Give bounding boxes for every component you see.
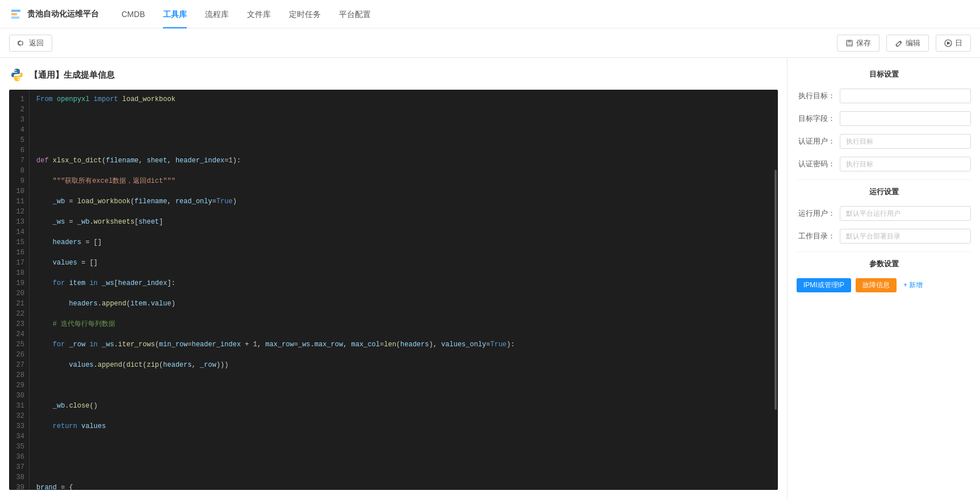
edit-label: 编辑 [906, 38, 920, 48]
toolbar: 返回 保存 编辑 日 [0, 28, 980, 58]
auth-user-label: 认证用户： [797, 136, 835, 146]
work-dir-label: 工作目录： [797, 231, 835, 241]
add-param-label: + 新增 [903, 280, 923, 290]
toolbar-right: 保存 编辑 日 [837, 35, 971, 52]
svg-marker-6 [947, 41, 950, 45]
save-icon [845, 39, 853, 47]
scrollbar-thumb[interactable] [774, 170, 777, 410]
auth-pwd-input[interactable] [840, 157, 971, 171]
params-section-title: 参数设置 [797, 259, 971, 269]
page-title-row: 【通用】生成提单信息 [9, 67, 778, 83]
code-editor[interactable]: 12345 678910 1112131415 1617181920 21222… [9, 90, 778, 490]
target-field-row: 目标字段： [797, 111, 971, 126]
top-navigation: 贵池自动化运维平台 CMDB 工具库 流程库 文件库 定时任务 平台配置 [0, 0, 980, 28]
divider-1 [797, 179, 971, 180]
main-content: 【通用】生成提单信息 12345 678910 1112131415 16171… [0, 58, 980, 499]
work-dir-input[interactable] [840, 229, 971, 244]
save-button[interactable]: 保存 [837, 35, 880, 52]
target-field-label: 目标字段： [797, 114, 835, 124]
param-tag-ipmi-label: IPMI或管理IP [803, 280, 844, 290]
run-button[interactable]: 日 [936, 35, 971, 52]
exec-target-input[interactable] [840, 89, 971, 103]
back-label: 返回 [29, 38, 44, 48]
right-panel: 目标设置 执行目标： 目标字段： 认证用户： 认证密码： 运行设置 运行用户： … [787, 58, 980, 499]
run-user-row: 运行用户： [797, 206, 971, 221]
toolbar-left: 返回 [9, 35, 52, 52]
target-field-input[interactable] [840, 111, 971, 126]
back-icon [18, 39, 26, 47]
edit-button[interactable]: 编辑 [886, 35, 929, 52]
exec-target-row: 执行目标： [797, 89, 971, 103]
nav-item-tools[interactable]: 工具库 [154, 0, 196, 28]
run-section-title: 运行设置 [797, 187, 971, 197]
back-button[interactable]: 返回 [9, 35, 52, 52]
edit-icon [895, 39, 903, 47]
logo-text: 贵池自动化运维平台 [27, 9, 99, 19]
python-icon [9, 67, 25, 83]
nav-item-files[interactable]: 文件库 [238, 0, 280, 28]
param-tag-ipmi[interactable]: IPMI或管理IP [797, 278, 851, 292]
nav-item-workflow[interactable]: 流程库 [196, 0, 238, 28]
nav-item-schedule[interactable]: 定时任务 [280, 0, 330, 28]
nav-item-cmdb[interactable]: CMDB [112, 0, 154, 28]
line-numbers: 12345 678910 1112131415 1617181920 21222… [9, 90, 30, 490]
params-buttons: IPMI或管理IP 故障信息 + 新增 [797, 278, 971, 292]
svg-rect-2 [848, 40, 851, 43]
page-title: 【通用】生成提单信息 [30, 70, 115, 81]
logo: 贵池自动化运维平台 [9, 7, 99, 21]
param-tag-fault-label: 故障信息 [862, 280, 890, 290]
run-user-input[interactable] [840, 206, 971, 221]
add-param-button[interactable]: + 新增 [901, 278, 925, 292]
svg-point-7 [15, 70, 16, 71]
nav-item-config[interactable]: 平台配置 [330, 0, 380, 28]
svg-point-8 [18, 79, 19, 80]
run-label: 日 [955, 38, 962, 48]
run-user-label: 运行用户： [797, 208, 835, 219]
exec-target-label: 执行目标： [797, 91, 835, 101]
auth-pwd-row: 认证密码： [797, 157, 971, 171]
auth-pwd-label: 认证密码： [797, 159, 835, 169]
auth-user-input[interactable] [840, 134, 971, 149]
code-content[interactable]: From openpyxl import load_workbook def x… [30, 90, 778, 490]
divider-2 [797, 251, 971, 252]
target-section-title: 目标设置 [797, 69, 971, 79]
run-icon [944, 39, 952, 47]
left-panel: 【通用】生成提单信息 12345 678910 1112131415 16171… [0, 58, 787, 499]
svg-rect-3 [847, 44, 852, 45]
auth-user-row: 认证用户： [797, 134, 971, 149]
param-tag-fault[interactable]: 故障信息 [856, 278, 897, 292]
work-dir-row: 工作目录： [797, 229, 971, 244]
logo-icon [9, 7, 23, 21]
save-label: 保存 [856, 38, 871, 48]
